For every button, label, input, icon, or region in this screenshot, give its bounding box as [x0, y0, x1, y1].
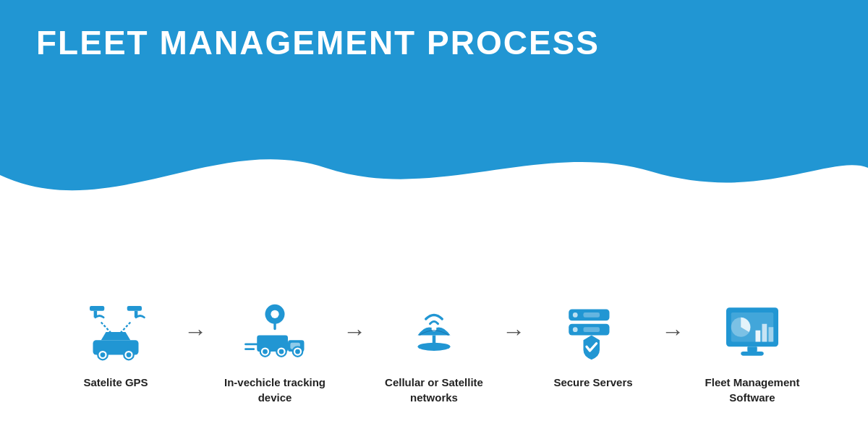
- svg-rect-36: [756, 331, 761, 342]
- svg-rect-29: [584, 312, 600, 318]
- arrow-2: →: [333, 299, 376, 343]
- step-satelite-gps-label: Satelite GPS: [83, 375, 148, 390]
- arrow-3: →: [492, 299, 535, 343]
- step-cellular-satellite-label: Cellular or Satellite networks: [376, 375, 492, 405]
- svg-rect-1: [127, 306, 142, 311]
- svg-rect-40: [741, 352, 764, 356]
- arrow-icon-4: →: [661, 320, 684, 343]
- svg-line-4: [101, 323, 112, 334]
- svg-point-8: [101, 352, 106, 357]
- svg-point-31: [573, 327, 578, 332]
- svg-point-19: [263, 349, 268, 354]
- step-satelite-gps: Satelite GPS: [58, 299, 174, 390]
- step-cellular-satellite: Cellular or Satellite networks: [376, 299, 492, 405]
- svg-point-28: [573, 312, 578, 318]
- arrow-4: →: [651, 299, 694, 343]
- arrow-icon-3: →: [502, 320, 525, 343]
- fleet-software-icon: [720, 299, 785, 365]
- svg-point-12: [271, 310, 278, 318]
- svg-line-5: [120, 323, 131, 334]
- svg-rect-25: [433, 336, 436, 349]
- svg-point-10: [127, 352, 132, 357]
- arrow-1: →: [174, 299, 217, 343]
- cellular-satellite-icon: [401, 299, 467, 365]
- process-row: Satelite GPS →: [0, 299, 868, 405]
- step-secure-servers-label: Secure Servers: [553, 375, 632, 390]
- svg-rect-32: [584, 327, 600, 332]
- page-title: Fleet Management Process: [36, 23, 600, 62]
- svg-point-23: [295, 349, 300, 354]
- svg-point-21: [279, 349, 284, 354]
- step-fleet-software: Fleet Management Software: [694, 299, 810, 405]
- step-in-vehicle-label: In-vechicle tracking device: [217, 375, 333, 405]
- arrow-icon-1: →: [184, 320, 207, 343]
- svg-rect-38: [769, 327, 774, 341]
- step-secure-servers: Secure Servers: [535, 299, 651, 390]
- truck-tracking-icon: [242, 299, 307, 365]
- step-in-vehicle: In-vechicle tracking device: [217, 299, 333, 405]
- svg-rect-39: [747, 346, 757, 352]
- satellite-gps-icon: [83, 299, 148, 365]
- secure-servers-icon: [561, 299, 626, 365]
- svg-rect-0: [90, 306, 104, 311]
- arrow-icon-2: →: [343, 320, 366, 343]
- step-fleet-software-label: Fleet Management Software: [694, 375, 810, 405]
- svg-rect-37: [762, 324, 767, 342]
- wave-divider: [0, 132, 868, 204]
